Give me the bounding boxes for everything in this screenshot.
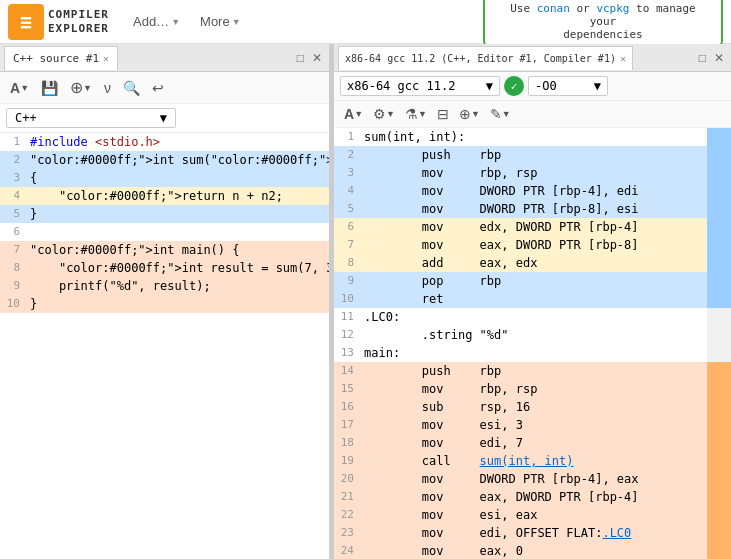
asm-call-link[interactable]: sum(int, int) [480,454,574,468]
asm-add-button[interactable]: ⊕ ▼ [455,104,484,124]
asm-line: 5 mov DWORD PTR [rbp-8], esi [334,200,707,218]
asm-font-size-icon: A [344,106,354,122]
wrap-button[interactable]: ↩ [148,78,168,98]
left-tab-close[interactable]: ✕ [103,53,109,64]
code-line: 7"color:#0000ff;">int main() { [0,241,329,259]
filter-icon: ⚗ [405,106,418,122]
add-pane-dropdown: ▼ [83,83,92,93]
line-content: } [28,295,329,313]
conan-link[interactable]: conan [537,2,570,15]
asm-line: 10 ret [334,290,707,308]
asm-line-content: .LC0: [362,308,707,326]
asm-line-number: 9 [334,272,362,290]
asm-lines: 1sum(int, int):2 push rbp3 mov rbp, rsp4… [334,128,707,559]
more-dropdown-arrow: ▼ [232,17,241,27]
asm-lc0-link[interactable]: .LC0 [602,526,631,540]
right-tab[interactable]: x86-64 gcc 11.2 (C++, Editor #1, Compile… [338,46,633,70]
vim-icon: ν [104,80,111,96]
asm-line: 4 mov DWORD PTR [rbp-4], edi [334,182,707,200]
asm-line-content: mov esi, 3 [362,416,707,434]
asm-line-number: 10 [334,290,362,308]
asm-line-content: sub rsp, 16 [362,398,707,416]
right-panel-close[interactable]: ✕ [711,50,727,66]
asm-line-number: 4 [334,182,362,200]
asm-filter-button[interactable]: ⚗ ▼ [401,104,431,124]
code-line: 5} [0,205,329,223]
line-content: "color:#0000ff;">int sum("color:#0000ff;… [28,151,329,169]
logo-text: COMPILER EXPLORER [48,8,109,34]
asm-font-size-button[interactable]: A ▼ [340,104,367,124]
asm-line-content: mov edi, 7 [362,434,707,452]
asm-line-number: 17 [334,416,362,434]
asm-line-content: mov edx, DWORD PTR [rbp-4] [362,218,707,236]
font-size-button[interactable]: A ▼ [6,78,33,98]
asm-line-content: mov eax, DWORD PTR [rbp-4] [362,488,707,506]
line-content: printf("%d", result); [28,277,329,295]
asm-line-content: sum(int, int): [362,128,707,146]
asm-line-number: 2 [334,146,362,164]
asm-line-content: call sum(int, int) [362,452,707,470]
left-panel: C++ source #1 ✕ □ ✕ A ▼ 💾 ⊕ ▼ ν [0,44,330,559]
asm-line-content: push rbp [362,146,707,164]
asm-gutter [707,128,731,559]
asm-line-number: 13 [334,344,362,362]
asm-line: 8 add eax, edx [334,254,707,272]
left-tab[interactable]: C++ source #1 ✕ [4,46,118,70]
opt-select[interactable]: -O0 ▼ [528,76,608,96]
left-panel-restore[interactable]: □ [294,50,307,66]
search-icon: 🔍 [123,80,140,96]
lang-select[interactable]: C++ ▼ [6,108,176,128]
asm-pencil-button[interactable]: ✎ ▼ [486,104,515,124]
add-pane-button[interactable]: ⊕ ▼ [66,76,96,99]
line-number: 2 [0,151,28,169]
asm-line-number: 18 [334,434,362,452]
asm-line-number: 21 [334,488,362,506]
search-button[interactable]: 🔍 [119,78,144,98]
code-line: 9 printf("%d", result); [0,277,329,295]
vim-button[interactable]: ν [100,78,115,98]
asm-line-content: mov edi, OFFSET FLAT:.LC0 [362,524,707,542]
add-dropdown-arrow: ▼ [171,17,180,27]
asm-line-number: 6 [334,218,362,236]
asm-line-content: mov rbp, rsp [362,164,707,182]
right-panel-restore[interactable]: □ [696,50,709,66]
asm-area[interactable]: 1sum(int, int):2 push rbp3 mov rbp, rsp4… [334,128,731,559]
asm-line-number: 15 [334,380,362,398]
more-button[interactable]: More ▼ [192,10,249,33]
asm-line: 14 push rbp [334,362,707,380]
line-number: 5 [0,205,28,223]
notification-box: Use conan or vcpkg to manage your depend… [483,0,723,47]
line-content: "color:#0000ff;">int result = sum(7, 3); [28,259,329,277]
asm-line: 11.LC0: [334,308,707,326]
vcpkg-link[interactable]: vcpkg [596,2,629,15]
asm-line-number: 3 [334,164,362,182]
line-number: 1 [0,133,28,151]
asm-line: 23 mov edi, OFFSET FLAT:.LC0 [334,524,707,542]
asm-line-content: mov DWORD PTR [rbp-4], eax [362,470,707,488]
left-panel-close[interactable]: ✕ [309,50,325,66]
right-tab-close[interactable]: ✕ [620,53,626,64]
compiler-status-ok: ✓ [504,76,524,96]
asm-gear-button[interactable]: ⚙ ▼ [369,104,399,124]
line-number: 6 [0,223,28,241]
asm-layout-button[interactable]: ⊟ [433,104,453,124]
topbar: COMPILER EXPLORER Add… ▼ More ▼ Use cona… [0,0,731,44]
asm-line-number: 16 [334,398,362,416]
code-line: 4 "color:#0000ff;">return n + n2; [0,187,329,205]
line-content: { [28,169,329,187]
lang-select-container: C++ ▼ [0,104,329,133]
right-tab-controls: □ ✕ [696,50,727,66]
asm-line: 19 call sum(int, int) [334,452,707,470]
asm-line: 12 .string "%d" [334,326,707,344]
layout-icon: ⊟ [437,106,449,122]
asm-line: 2 push rbp [334,146,707,164]
add-button[interactable]: Add… ▼ [125,10,188,33]
compiler-select[interactable]: x86-64 gcc 11.2 ▼ [340,76,500,96]
asm-line-content: mov eax, DWORD PTR [rbp-8] [362,236,707,254]
add-pane-icon: ⊕ [70,78,83,97]
code-area[interactable]: 1#include <stdio.h>2"color:#0000ff;">int… [0,133,329,559]
left-tab-label: C++ source #1 [13,52,99,65]
save-button[interactable]: 💾 [37,78,62,98]
asm-line-number: 20 [334,470,362,488]
compiler-dropdown-arrow: ▼ [486,79,493,93]
